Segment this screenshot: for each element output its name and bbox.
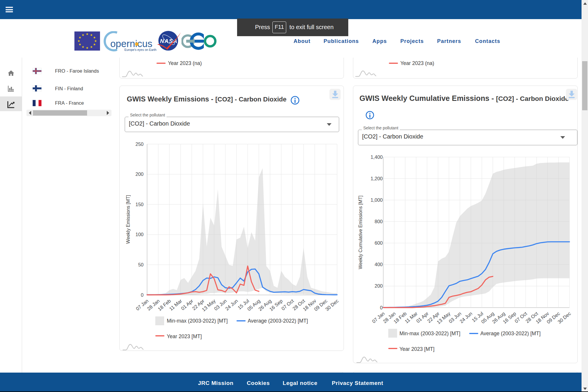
svg-text:400: 400: [374, 262, 383, 267]
svg-text:1,200: 1,200: [371, 176, 383, 181]
svg-text:200: 200: [135, 171, 144, 177]
svg-text:1,000: 1,000: [371, 197, 383, 203]
svg-text:1,400: 1,400: [371, 154, 383, 160]
svg-text:Europe's eyes on Earth: Europe's eyes on Earth: [124, 48, 156, 51]
svg-text:600: 600: [374, 240, 383, 246]
svg-text:200: 200: [374, 283, 383, 288]
svg-text:150: 150: [135, 202, 144, 207]
svg-text:0: 0: [141, 292, 144, 298]
svg-text:07 Jan: 07 Jan: [135, 298, 149, 312]
svg-text:07 Oct: 07 Oct: [514, 311, 528, 324]
svg-text:01 Apr: 01 Apr: [180, 298, 194, 311]
svg-text:24 Jun: 24 Jun: [459, 311, 473, 324]
svg-text:Weekly Cumulative Emissions [M: Weekly Cumulative Emissions [MT]: [358, 196, 363, 269]
svg-text:11 Mar: 11 Mar: [168, 298, 183, 311]
svg-text:24 Jun: 24 Jun: [224, 298, 239, 312]
svg-text:NASA: NASA: [160, 38, 178, 44]
svg-text:01 Apr: 01 Apr: [415, 311, 430, 324]
svg-text:0: 0: [380, 305, 383, 310]
svg-text:07 Oct: 07 Oct: [280, 298, 295, 311]
svg-text:800: 800: [374, 219, 383, 224]
svg-text:11 Mar: 11 Mar: [404, 311, 419, 324]
svg-text:Weekly Emissions [MT]: Weekly Emissions [MT]: [126, 195, 131, 244]
svg-text:18 Feb: 18 Feb: [157, 298, 172, 312]
svg-text:03 Jun: 03 Jun: [213, 298, 228, 312]
svg-text:250: 250: [135, 141, 144, 147]
svg-text:opernicus: opernicus: [110, 38, 152, 49]
svg-text:50: 50: [138, 262, 144, 267]
svg-text:100: 100: [135, 232, 144, 237]
